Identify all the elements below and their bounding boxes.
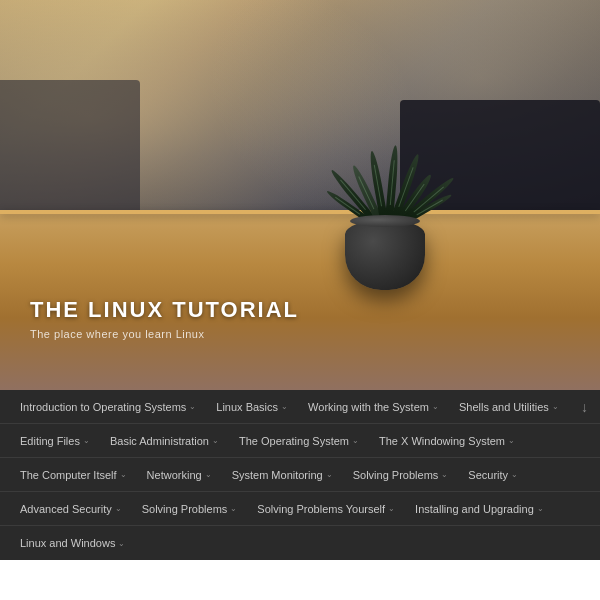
title-section: THE LINUX TUTORIAL The place where you l… (30, 296, 299, 340)
scroll-down-icon[interactable]: ↓ (581, 399, 588, 415)
chevron-icon: ⌄ (508, 436, 515, 445)
chevron-icon: ⌄ (511, 470, 518, 479)
chevron-icon: ⌄ (281, 402, 288, 411)
chevron-icon: ⌄ (230, 504, 237, 513)
chevron-icon: ⌄ (326, 470, 333, 479)
chevron-icon: ⌄ (352, 436, 359, 445)
nav-row-2: Editing Files ⌄ Basic Administration ⌄ T… (0, 424, 600, 458)
nav-item-editing-files[interactable]: Editing Files ⌄ (10, 427, 100, 455)
nav-area: Introduction to Operating Systems ⌄ Linu… (0, 390, 600, 560)
nav-item-linux-basics[interactable]: Linux Basics ⌄ (206, 393, 298, 421)
nav-item-networking[interactable]: Networking ⌄ (137, 461, 222, 489)
site-title: THE LINUX TUTORIAL (30, 296, 299, 325)
nav-item-solving-problems[interactable]: Solving Problems ⌄ (343, 461, 459, 489)
nav-item-installing[interactable]: Installing and Upgrading ⌄ (405, 495, 554, 523)
chevron-icon: ⌄ (118, 539, 125, 548)
chevron-icon: ⌄ (537, 504, 544, 513)
site-subtitle: The place where you learn Linux (30, 328, 299, 340)
chevron-icon: ⌄ (552, 402, 559, 411)
nav-item-intro-os[interactable]: Introduction to Operating Systems ⌄ (10, 393, 206, 421)
chevron-icon: ⌄ (205, 470, 212, 479)
chevron-icon: ⌄ (441, 470, 448, 479)
nav-item-working-system[interactable]: Working with the System ⌄ (298, 393, 449, 421)
nav-row-5: Linux and Windows ⌄ (0, 526, 600, 560)
chevron-icon: ⌄ (83, 436, 90, 445)
nav-item-system-monitoring[interactable]: System Monitoring ⌄ (222, 461, 343, 489)
nav-row-1: Introduction to Operating Systems ⌄ Linu… (0, 390, 600, 424)
plant-pot (345, 220, 425, 290)
chevron-icon: ⌄ (212, 436, 219, 445)
nav-item-computer-itself[interactable]: The Computer Itself ⌄ (10, 461, 137, 489)
chevron-icon: ⌄ (388, 504, 395, 513)
nav-row-4: Advanced Security ⌄ Solving Problems ⌄ S… (0, 492, 600, 526)
chevron-icon: ⌄ (189, 402, 196, 411)
nav-item-basic-admin[interactable]: Basic Administration ⌄ (100, 427, 229, 455)
nav-item-advanced-security[interactable]: Advanced Security ⌄ (10, 495, 132, 523)
chevron-icon: ⌄ (432, 402, 439, 411)
plant (320, 100, 450, 290)
nav-item-shells[interactable]: Shells and Utilities ⌄ (449, 393, 569, 421)
chevron-icon: ⌄ (120, 470, 127, 479)
nav-item-os[interactable]: The Operating System ⌄ (229, 427, 369, 455)
chevron-icon: ⌄ (115, 504, 122, 513)
nav-item-linux-windows[interactable]: Linux and Windows ⌄ (10, 529, 135, 557)
bg-furniture-left (0, 80, 140, 220)
nav-item-security[interactable]: Security ⌄ (458, 461, 528, 489)
nav-item-x-windowing[interactable]: The X Windowing System ⌄ (369, 427, 525, 455)
nav-item-solving-problems-2[interactable]: Solving Problems ⌄ (132, 495, 248, 523)
plant-leaves (325, 100, 445, 230)
nav-row-3: The Computer Itself ⌄ Networking ⌄ Syste… (0, 458, 600, 492)
nav-item-solving-yourself[interactable]: Solving Problems Yourself ⌄ (247, 495, 405, 523)
hero-section: THE LINUX TUTORIAL The place where you l… (0, 0, 600, 390)
